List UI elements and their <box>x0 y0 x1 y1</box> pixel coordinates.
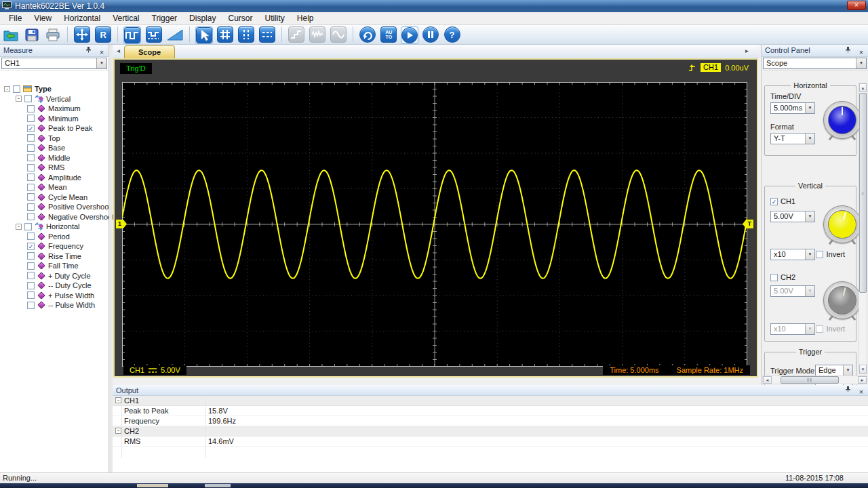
ch1-probe-select[interactable]: x10▼ <box>770 249 815 260</box>
open-button[interactable] <box>3 26 19 43</box>
scrollbar-thumb[interactable]: ⦀⦀ <box>781 376 839 384</box>
square-wave-button[interactable] <box>124 27 140 43</box>
collapse-icon[interactable]: - <box>16 224 22 230</box>
ramp-button[interactable] <box>167 26 183 43</box>
checkbox-icon[interactable] <box>27 213 35 220</box>
tree-item-cycle-mean[interactable]: Cycle Mean <box>0 192 108 203</box>
checkbox-icon[interactable] <box>27 184 35 191</box>
auto-set-button[interactable]: AUTO <box>380 26 397 43</box>
scrollbar-thumb[interactable]: ≡ <box>859 93 867 293</box>
scroll-up-icon[interactable]: ▲ <box>859 83 867 92</box>
collapse-icon[interactable]: - <box>115 428 121 434</box>
checkbox-icon[interactable] <box>27 282 35 289</box>
pin-icon[interactable] <box>845 46 854 55</box>
cursor-select-button[interactable] <box>196 27 212 43</box>
tree-item-top[interactable]: Top <box>0 134 108 144</box>
dual-square-wave-button[interactable] <box>146 26 162 43</box>
menu-trigger[interactable]: Trigger <box>146 12 184 24</box>
horizontal-position-knob[interactable] <box>823 101 861 139</box>
menu-display[interactable]: Display <box>183 12 222 24</box>
tree-item-type[interactable]: -Type <box>0 84 108 94</box>
tree-item-fall-time[interactable]: Fall Time <box>0 261 108 271</box>
record-reference-button[interactable]: R <box>95 26 111 43</box>
checkbox-icon[interactable] <box>27 252 35 260</box>
tree-item-vertical[interactable]: -Vertical <box>0 94 108 104</box>
tree-item-mean[interactable]: Mean <box>0 182 108 192</box>
scope-screen[interactable]: 1 T <box>122 82 747 367</box>
tree-item-period[interactable]: Period <box>0 232 108 242</box>
control-panel-horizontal-scrollbar[interactable]: ◄ ⦀⦀ ► <box>762 375 867 384</box>
ch1-volts-select[interactable]: 5.00V▼ <box>770 211 815 222</box>
grid-button[interactable] <box>217 26 233 43</box>
tree-item-positive-overshoot[interactable]: Positive Overshoot <box>0 202 108 212</box>
collapse-icon[interactable]: - <box>115 397 121 403</box>
scroll-down-icon[interactable]: ▼ <box>859 365 867 373</box>
checkbox-icon[interactable] <box>27 144 35 152</box>
checkbox-icon[interactable] <box>27 203 35 211</box>
save-button[interactable] <box>24 26 40 43</box>
close-panel-icon[interactable]: × <box>856 48 866 57</box>
checkbox-icon[interactable] <box>27 115 35 122</box>
checkbox-icon[interactable] <box>27 134 35 142</box>
menu-cursor[interactable]: Cursor <box>222 12 258 24</box>
refresh-button[interactable] <box>359 26 376 43</box>
tree-item-peak-to-peak[interactable]: ✓Peak to Peak <box>0 123 108 134</box>
tree-item-duty-cycle[interactable]: + Duty Cycle <box>0 271 108 281</box>
tree-item-frequency[interactable]: ✓Frequency <box>0 241 108 251</box>
close-window-button[interactable]: × <box>847 1 866 10</box>
checkbox-icon[interactable] <box>27 174 35 181</box>
checkbox-icon[interactable] <box>27 272 35 279</box>
trigger-mode-select[interactable]: Edge▼ <box>815 365 853 376</box>
tree-item-rise-time[interactable]: Rise Time <box>0 251 108 262</box>
checkbox-icon[interactable] <box>27 164 35 171</box>
checkbox-icon[interactable] <box>24 95 32 102</box>
checkbox-icon[interactable] <box>27 291 35 299</box>
scroll-left-icon[interactable]: ◄ <box>763 376 772 384</box>
menu-help[interactable]: Help <box>291 12 320 24</box>
checkbox-icon[interactable]: ✓ <box>27 125 35 132</box>
help-button[interactable]: ? <box>444 26 460 43</box>
tree-item-pulse-width[interactable]: + Pulse Width <box>0 291 108 301</box>
ch2-position-knob[interactable] <box>823 281 861 319</box>
tree-item-middle[interactable]: Middle <box>0 153 108 163</box>
checkbox-icon[interactable] <box>27 154 35 161</box>
checkbox-icon[interactable] <box>27 193 35 201</box>
checkbox-icon[interactable] <box>27 302 35 309</box>
pin-icon[interactable] <box>845 386 854 394</box>
checkbox-icon[interactable] <box>24 223 32 230</box>
checkbox-icon[interactable] <box>13 85 20 93</box>
tree-item-pulse-width[interactable]: -- Pulse Width <box>0 300 108 310</box>
tree-item-base[interactable]: Base <box>0 143 108 153</box>
checkbox-icon[interactable] <box>27 232 35 240</box>
tree-item-duty-cycle[interactable]: -- Duty Cycle <box>0 281 108 291</box>
menu-view[interactable]: View <box>28 12 58 24</box>
control-panel-vertical-scrollbar[interactable]: ▲ ≡ ▼ <box>859 83 867 374</box>
ch1-invert-checkbox[interactable]: Invert <box>816 250 845 258</box>
horizontal-cursor-button[interactable] <box>259 26 275 43</box>
pause-button[interactable] <box>422 26 439 43</box>
tree-item-amplitude[interactable]: Amplitude <box>0 173 108 183</box>
menu-vertical[interactable]: Vertical <box>106 12 145 24</box>
pin-icon[interactable] <box>85 46 95 55</box>
tree-item-minimum[interactable]: Minimum <box>0 114 108 124</box>
measure-channel-select[interactable]: CH1 ▼ <box>1 58 107 69</box>
vertical-cursor-button[interactable] <box>238 26 254 43</box>
tree-item-horizontal[interactable]: -Horizontal <box>0 222 108 232</box>
checkbox-icon[interactable] <box>27 105 35 113</box>
menu-utility[interactable]: Utility <box>258 12 290 24</box>
scroll-right-icon[interactable]: ► <box>858 376 867 384</box>
ch1-enable-checkbox[interactable]: ✓CH1 <box>770 197 795 205</box>
tree-item-maximum[interactable]: Maximum <box>0 104 108 114</box>
print-button[interactable] <box>45 26 61 43</box>
tab-scope[interactable]: Scope <box>124 45 175 58</box>
control-mode-select[interactable]: Scope ▼ <box>763 58 867 69</box>
menu-horizontal[interactable]: Horizontal <box>58 12 106 24</box>
checkbox-icon[interactable] <box>27 262 35 270</box>
ch2-enable-checkbox[interactable]: CH2 <box>770 273 795 281</box>
tree-item-negative-overshoot[interactable]: Negative Overshoot <box>0 212 108 222</box>
tab-scroll-right-icon[interactable]: ► <box>743 47 751 56</box>
collapse-icon[interactable]: - <box>4 86 10 92</box>
collapse-icon[interactable]: - <box>16 96 22 102</box>
start-button[interactable] <box>401 27 418 43</box>
checkbox-icon[interactable]: ✓ <box>27 243 35 250</box>
